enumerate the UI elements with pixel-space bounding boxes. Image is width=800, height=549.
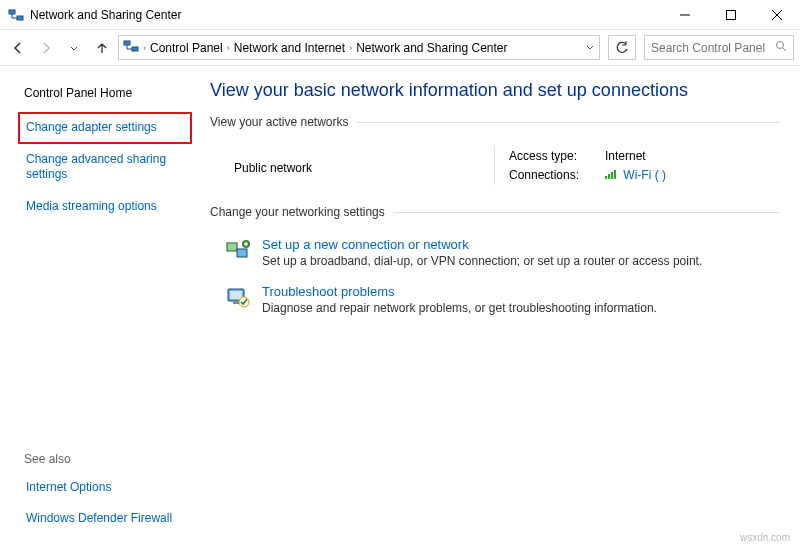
divider — [393, 212, 780, 213]
sidebar-link-change-adapter[interactable]: Change adapter settings — [18, 112, 192, 144]
window-title: Network and Sharing Center — [30, 8, 662, 22]
svg-rect-15 — [233, 301, 239, 304]
action-setup-connection[interactable]: Set up a new connection or network Set u… — [210, 231, 780, 278]
active-network-row: Public network Access type: Internet Con… — [210, 141, 780, 205]
breadcrumb-label: Network and Sharing Center — [356, 41, 507, 55]
svg-rect-10 — [227, 243, 237, 251]
network-name: Public network — [234, 147, 494, 185]
access-type-label: Access type: — [509, 147, 597, 166]
search-icon — [775, 40, 787, 55]
sidebar: Control Panel Home Change adapter settin… — [0, 66, 192, 549]
svg-rect-7 — [132, 47, 138, 51]
connection-link[interactable]: Wi-Fi ( ) — [605, 166, 666, 185]
maximize-button[interactable] — [708, 0, 754, 30]
network-info: Access type: Internet Connections: Wi-Fi… — [494, 147, 666, 185]
see-also-section: See also Internet Options Windows Defend… — [18, 446, 192, 535]
svg-rect-6 — [124, 41, 130, 45]
connection-link-text: Wi-Fi ( ) — [623, 168, 666, 182]
main-content: View your basic network information and … — [192, 66, 800, 549]
troubleshoot-icon — [224, 284, 252, 312]
address-dropdown[interactable] — [585, 41, 595, 55]
svg-point-8 — [777, 42, 784, 49]
search-box[interactable] — [644, 35, 794, 60]
chevron-right-icon: › — [143, 43, 146, 53]
refresh-button[interactable] — [608, 35, 636, 60]
up-button[interactable] — [90, 36, 114, 60]
control-panel-home-link[interactable]: Control Panel Home — [18, 80, 192, 106]
divider — [357, 122, 780, 123]
wifi-signal-icon — [605, 170, 616, 179]
back-button[interactable] — [6, 36, 30, 60]
svg-rect-11 — [237, 249, 247, 257]
action-desc: Set up a broadband, dial-up, or VPN conn… — [262, 254, 702, 268]
section-label-text: View your active networks — [210, 115, 349, 129]
chevron-right-icon: › — [349, 43, 352, 53]
svg-rect-1 — [17, 16, 23, 20]
svg-rect-3 — [727, 10, 736, 19]
svg-rect-0 — [9, 10, 15, 14]
access-type-value: Internet — [605, 147, 646, 166]
search-input[interactable] — [651, 41, 771, 55]
action-troubleshoot[interactable]: Troubleshoot problems Diagnose and repai… — [210, 278, 780, 325]
action-title: Set up a new connection or network — [262, 237, 702, 252]
sidebar-link-advanced-sharing[interactable]: Change advanced sharing settings — [18, 144, 192, 191]
breadcrumb-label: Control Panel — [150, 41, 223, 55]
breadcrumb-root-icon — [123, 38, 139, 57]
section-label-text: Change your networking settings — [210, 205, 385, 219]
page-title: View your basic network information and … — [210, 80, 780, 101]
breadcrumb-label: Network and Internet — [234, 41, 345, 55]
breadcrumb-item[interactable]: ›Network and Sharing Center — [349, 41, 507, 55]
breadcrumb-box[interactable]: ›Control Panel ›Network and Internet ›Ne… — [118, 35, 600, 60]
close-button[interactable] — [754, 0, 800, 30]
app-icon — [8, 7, 24, 23]
forward-button[interactable] — [34, 36, 58, 60]
see-also-defender-firewall[interactable]: Windows Defender Firewall — [18, 503, 192, 535]
action-desc: Diagnose and repair network problems, or… — [262, 301, 657, 315]
title-bar: Network and Sharing Center — [0, 0, 800, 30]
breadcrumb-item[interactable]: ›Control Panel — [143, 41, 223, 55]
breadcrumb-item[interactable]: ›Network and Internet — [227, 41, 345, 55]
active-networks-header: View your active networks — [210, 115, 780, 129]
action-title: Troubleshoot problems — [262, 284, 657, 299]
recent-dropdown[interactable] — [62, 36, 86, 60]
chevron-right-icon: › — [227, 43, 230, 53]
sidebar-link-media-streaming[interactable]: Media streaming options — [18, 191, 192, 223]
svg-rect-14 — [230, 291, 242, 299]
see-also-internet-options[interactable]: Internet Options — [18, 472, 192, 504]
connections-label: Connections: — [509, 166, 597, 185]
address-bar: ›Control Panel ›Network and Internet ›Ne… — [0, 30, 800, 66]
svg-line-9 — [783, 48, 786, 51]
watermark: wsxdn.com — [740, 532, 790, 543]
setup-connection-icon — [224, 237, 252, 265]
minimize-button[interactable] — [662, 0, 708, 30]
see-also-header: See also — [18, 446, 192, 472]
change-settings-header: Change your networking settings — [210, 205, 780, 219]
